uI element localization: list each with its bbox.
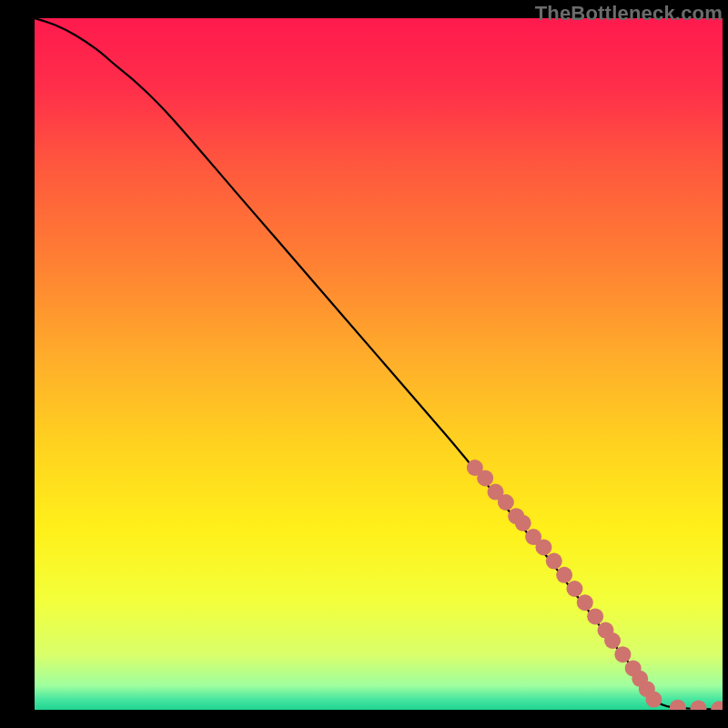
marker-point	[566, 581, 582, 597]
marker-point	[614, 646, 631, 662]
marker-point	[498, 494, 514, 511]
plot-area	[35, 18, 723, 710]
plot-svg	[35, 18, 723, 710]
chart-stage: TheBottleneck.com	[0, 0, 728, 728]
marker-point	[546, 553, 562, 570]
marker-point	[515, 515, 531, 531]
watermark-text: TheBottleneck.com	[535, 2, 723, 25]
marker-point	[587, 608, 603, 624]
gradient-background	[35, 18, 723, 710]
marker-point	[477, 470, 493, 486]
marker-point	[535, 539, 551, 555]
marker-point	[556, 567, 572, 583]
marker-point	[645, 692, 662, 708]
marker-point	[604, 632, 621, 649]
marker-point	[577, 594, 593, 611]
